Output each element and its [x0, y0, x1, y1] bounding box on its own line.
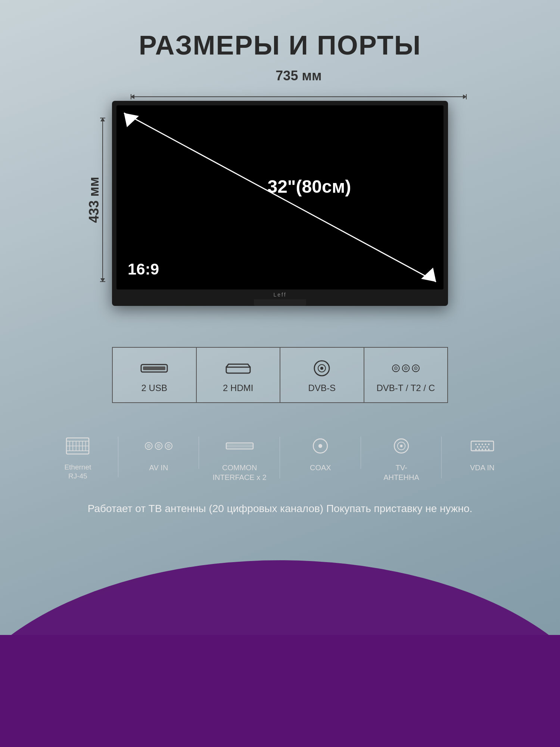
antenna-label: TV-АНТЕННА — [383, 463, 419, 482]
ci-icon — [225, 433, 255, 459]
vda-label: VDA IN — [470, 463, 495, 472]
svg-point-15 — [405, 368, 406, 369]
svg-point-59 — [485, 449, 486, 450]
ci-label: COMMONINTERFACE x 2 — [212, 463, 266, 482]
svg-point-52 — [477, 446, 478, 447]
bottom-port-ethernet: EthernetRJ-45 — [37, 433, 118, 481]
dvbt-icon — [391, 359, 421, 378]
usb-icon — [139, 359, 169, 378]
bottom-port-vda: VDA IN — [442, 433, 523, 472]
svg-point-47 — [475, 443, 476, 445]
svg-point-48 — [478, 443, 480, 445]
tv-body-row: 433 мм — [75, 101, 485, 306]
svg-rect-38 — [226, 443, 253, 449]
footer-note: Работает от ТВ антенны (20 цифровых кана… — [65, 501, 495, 517]
vda-icon — [467, 433, 497, 459]
svg-point-54 — [483, 446, 485, 447]
diagonal-line-svg — [116, 105, 444, 289]
svg-point-58 — [482, 449, 483, 450]
bottom-port-coax: COAX — [280, 433, 361, 472]
svg-point-18 — [415, 368, 416, 369]
dvbs-icon — [307, 359, 337, 378]
bottom-ports-row: EthernetRJ-45 — [37, 433, 523, 482]
svg-point-55 — [486, 446, 488, 447]
height-label: 433 мм — [86, 177, 102, 223]
ethernet-icon — [63, 433, 93, 459]
svg-point-49 — [482, 443, 483, 445]
coax-icon — [305, 433, 335, 459]
svg-point-12 — [395, 368, 396, 369]
bottom-port-antenna: TV-АНТЕННА — [361, 433, 442, 482]
bottom-section: EthernetRJ-45 — [0, 403, 560, 747]
port-dvbs: DVB-S — [280, 348, 364, 402]
svg-line-2 — [124, 113, 436, 282]
hdmi-label: 2 HDMI — [223, 383, 253, 393]
page-title: РАЗМЕРЫ И ПОРТЫ — [139, 30, 421, 61]
svg-point-9 — [320, 367, 323, 370]
svg-point-34 — [158, 445, 159, 446]
svg-point-31 — [148, 445, 149, 446]
avin-label: AV IN — [149, 463, 168, 472]
port-dvbt: DVB-T / T2 / C — [364, 348, 448, 402]
tv-screen: 32"(80см) 16:9 — [116, 105, 444, 289]
tv-stand — [254, 299, 306, 306]
port-usb: 2 USB — [113, 348, 197, 402]
antenna-icon — [386, 433, 416, 459]
hdmi-icon — [223, 359, 253, 378]
bottom-port-avin: AV IN — [118, 433, 199, 472]
svg-point-56 — [475, 449, 476, 450]
avin-icon — [144, 433, 174, 459]
diagonal-label: 32"(80см) — [267, 176, 351, 196]
svg-point-45 — [400, 444, 403, 447]
svg-point-42 — [318, 444, 322, 448]
dvbt-label: DVB-T / T2 / C — [377, 383, 435, 393]
ethernet-label: EthernetRJ-45 — [64, 463, 91, 481]
width-label: 735 мм — [276, 68, 321, 84]
svg-rect-6 — [143, 366, 165, 370]
port-hdmi: 2 HDMI — [197, 348, 281, 402]
content-wrapper: РАЗМЕРЫ И ПОРТЫ 735 мм 433 мм — [0, 0, 560, 747]
ports-box: 2 USB 2 HDMI — [112, 347, 448, 403]
bottom-port-ci: COMMONINTERFACE x 2 — [199, 433, 280, 482]
svg-point-53 — [480, 446, 481, 447]
dvbs-label: DVB-S — [308, 383, 336, 393]
ratio-label: 16:9 — [128, 260, 159, 278]
svg-point-50 — [485, 443, 486, 445]
usb-label: 2 USB — [141, 383, 167, 393]
tv-brand: Leff — [116, 289, 444, 299]
svg-point-51 — [488, 443, 489, 445]
svg-point-57 — [478, 449, 480, 450]
tv-section: 735 мм 433 мм — [75, 83, 485, 403]
svg-point-37 — [168, 445, 169, 446]
tv-frame: 32"(80см) 16:9 Leff — [112, 101, 448, 306]
svg-point-60 — [488, 449, 489, 450]
coax-label: COAX — [310, 463, 331, 472]
